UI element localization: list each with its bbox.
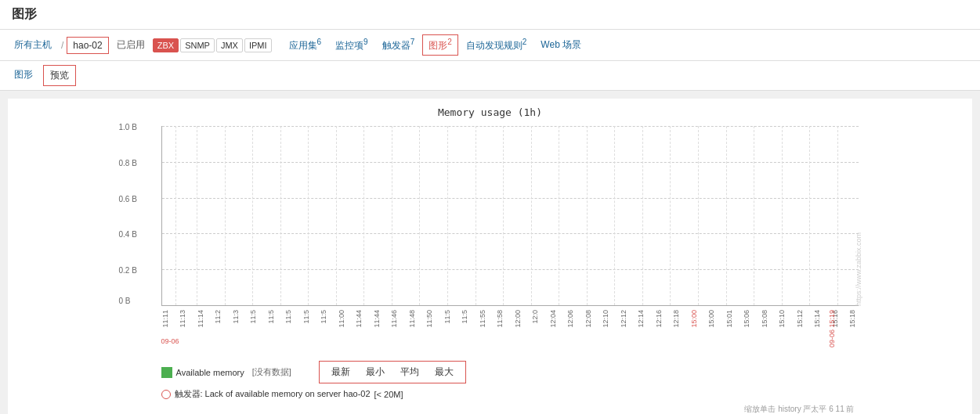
nav-web[interactable]: Web 场景 bbox=[534, 35, 588, 55]
x-date-left: 09-06 bbox=[161, 337, 179, 345]
legend-trigger-area: 触发器: Lack of available memory on server … bbox=[161, 388, 866, 400]
nav-host[interactable]: hao-02 bbox=[67, 37, 108, 54]
main-content: Memory usage (1h) 1.0 B 0.8 B 0.6 B 0.4 … bbox=[8, 99, 972, 414]
nav-graph[interactable]: 图形2 bbox=[422, 34, 458, 56]
legend-color-box bbox=[161, 367, 172, 378]
nav-snmp-badge[interactable]: SNMP bbox=[180, 38, 215, 52]
chart-title: Memory usage (1h) bbox=[114, 106, 866, 118]
nav-bar: 所有主机 / hao-02 已启用 ZBX SNMP JMX IPMI 应用集6… bbox=[0, 30, 980, 61]
nav-enabled: 已启用 bbox=[110, 35, 151, 55]
nav-all-hosts[interactable]: 所有主机 bbox=[8, 35, 58, 55]
nav-ipmi-badge[interactable]: IPMI bbox=[244, 38, 272, 52]
stats-box: 最新 最小 平均 最大 bbox=[319, 361, 466, 383]
nav-monitor[interactable]: 监控项9 bbox=[329, 34, 374, 56]
legend-available-memory: Available memory [没有数据] bbox=[161, 366, 291, 378]
sub-nav: 图形 预览 bbox=[0, 61, 980, 91]
nav-trigger[interactable]: 触发器7 bbox=[376, 34, 421, 56]
nav-app-set[interactable]: 应用集6 bbox=[283, 34, 328, 56]
sub-nav-preview[interactable]: 预览 bbox=[43, 65, 76, 86]
legend-trigger-circle bbox=[161, 390, 171, 399]
legend-area: Available memory [没有数据] 最新 最小 平均 最大 bbox=[161, 361, 866, 383]
watermark: https://www.zabbix.com bbox=[855, 126, 862, 306]
page-title: 图形 bbox=[0, 0, 980, 30]
nav-discovery[interactable]: 自动发现规则2 bbox=[460, 34, 533, 56]
nav-zbx-badge[interactable]: ZBX bbox=[153, 38, 179, 52]
footer-info: 缩放单击 history 严太平 6 11 前 bbox=[114, 404, 855, 414]
nav-jmx-badge[interactable]: JMX bbox=[216, 38, 243, 52]
sub-nav-graph[interactable]: 图形 bbox=[8, 65, 39, 86]
nav-separator: / bbox=[60, 40, 65, 51]
chart-area: 1.0 B 0.8 B 0.6 B 0.4 B 0.2 B 0 B bbox=[161, 126, 859, 306]
